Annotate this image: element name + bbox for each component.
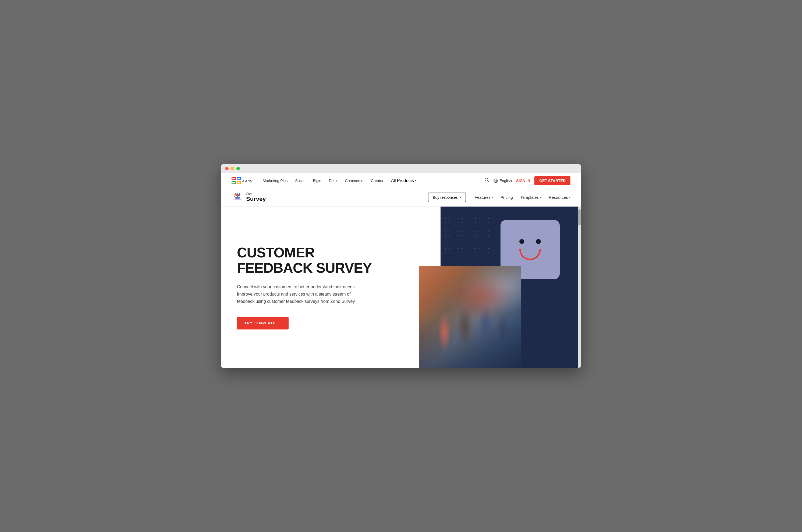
survey-logo-text: Zoho Survey <box>246 192 266 202</box>
close-button[interactable] <box>225 167 229 170</box>
survey-nav: Zoho Survey Buy responses ▾ Features ▾ P… <box>221 188 581 207</box>
survey-nav-links: Features ▾ Pricing Templates ▾ Resources… <box>475 195 570 200</box>
nav-all-products[interactable]: All Products ▾ <box>391 178 416 183</box>
hero-title: CUSTOMER FEEDBACK SURVEY <box>237 245 405 276</box>
smiley-mouth <box>519 249 541 260</box>
survey-nav-right: Buy responses ▾ Features ▾ Pricing Templ… <box>428 193 570 202</box>
hero-photo <box>419 266 521 368</box>
nav-templates[interactable]: Templates ▾ <box>520 195 541 200</box>
nav-commerce[interactable]: Commerce <box>345 178 363 183</box>
smiley-eyes <box>519 239 541 244</box>
zoho-brand-text: ZOHO <box>242 179 253 182</box>
nav-desk[interactable]: Desk <box>329 178 338 183</box>
zoho-logo[interactable]: ZOHO <box>232 177 253 185</box>
logo-square-yellow <box>237 181 241 184</box>
arrow-down-icon: ↓ <box>279 321 281 325</box>
smiley-eye-right <box>536 239 541 244</box>
chevron-down-icon: ▾ <box>492 196 493 199</box>
top-nav-left: ZOHO Marketing Plus Social Bigin Desk Co… <box>232 177 416 185</box>
svg-point-12 <box>239 193 241 195</box>
try-template-button[interactable]: TRY TEMPLATE ↓ <box>237 317 289 329</box>
smiley-eye-left <box>519 239 524 244</box>
nav-features[interactable]: Features ▾ <box>475 195 493 200</box>
get-started-button[interactable]: GET STARTED <box>534 176 570 185</box>
maximize-button[interactable] <box>236 167 240 170</box>
chevron-down-icon: ▾ <box>540 196 541 199</box>
chevron-down-icon: ▾ <box>460 196 461 199</box>
browser-chrome <box>221 164 581 173</box>
page-scrollbar[interactable] <box>578 207 581 368</box>
photo-simulation <box>419 266 521 368</box>
browser-window: ZOHO Marketing Plus Social Bigin Desk Co… <box>221 164 581 368</box>
top-nav-right: English SIGN IN GET STARTED <box>484 176 570 185</box>
chevron-down-icon: ▾ <box>569 196 570 199</box>
nav-marketing-plus[interactable]: Marketing Plus <box>263 178 288 183</box>
svg-line-1 <box>488 181 489 182</box>
hero-description: Connect with your customers to better un… <box>237 283 366 305</box>
top-product-nav: ZOHO Marketing Plus Social Bigin Desk Co… <box>221 173 581 188</box>
sign-in-button[interactable]: SIGN IN <box>516 178 530 183</box>
search-icon[interactable] <box>484 177 489 184</box>
survey-brand-label: Survey <box>246 196 266 202</box>
chevron-down-icon: ▾ <box>415 179 416 182</box>
nav-creator[interactable]: Creator <box>371 178 383 183</box>
nav-pricing[interactable]: Pricing <box>500 195 513 200</box>
dots-pattern-decoration <box>443 212 492 255</box>
language-selector[interactable]: English <box>494 178 512 183</box>
nav-resources[interactable]: Resources ▾ <box>549 195 570 200</box>
svg-point-3 <box>495 179 496 183</box>
hero-image-area <box>419 207 581 368</box>
language-label: English <box>499 178 512 183</box>
logo-square-red <box>232 177 236 180</box>
svg-point-10 <box>234 193 236 195</box>
buy-responses-button[interactable]: Buy responses ▾ <box>428 193 466 202</box>
survey-logo[interactable]: Zoho Survey <box>232 191 266 203</box>
logo-square-blue <box>237 177 241 180</box>
logo-square-green <box>232 181 236 184</box>
svg-point-2 <box>494 179 498 183</box>
zoho-logo-squares <box>232 177 241 185</box>
nav-social[interactable]: Social <box>295 178 305 183</box>
minimize-button[interactable] <box>231 167 234 170</box>
hero-content: CUSTOMER FEEDBACK SURVEY Connect with yo… <box>221 207 419 368</box>
survey-logo-icon <box>232 191 243 203</box>
scrollbar-thumb[interactable] <box>578 209 581 225</box>
hero-section: CUSTOMER FEEDBACK SURVEY Connect with yo… <box>221 207 581 368</box>
nav-bigin[interactable]: Bigin <box>313 178 321 183</box>
product-links: Marketing Plus Social Bigin Desk Commerc… <box>263 178 416 183</box>
